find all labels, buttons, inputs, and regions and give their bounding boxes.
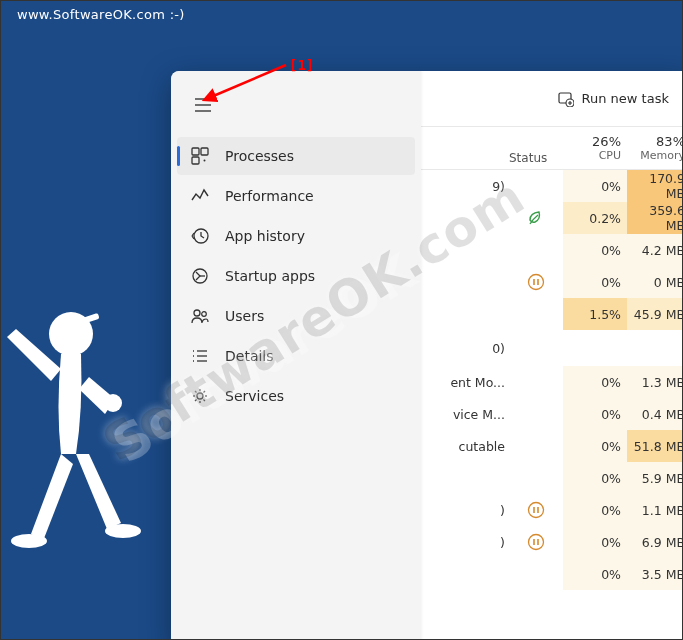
suspended-icon	[527, 501, 545, 519]
svg-point-16	[194, 310, 200, 316]
sidebar-item-app-history[interactable]: App history	[177, 217, 415, 255]
process-cpu: 0%	[563, 494, 627, 526]
col-name[interactable]	[421, 127, 509, 169]
process-row[interactable]: ent Mo...0%1.3 MB	[421, 366, 683, 398]
process-memory: 4.2 MB	[627, 234, 683, 266]
sidebar-item-label: Processes	[225, 148, 294, 164]
history-icon	[191, 227, 209, 245]
col-memory[interactable]: 83% Memory	[627, 127, 683, 169]
process-cpu: 0%	[563, 430, 627, 462]
process-cpu: 0%	[563, 170, 627, 202]
suspended-icon	[527, 533, 545, 551]
sidebar-item-startup-apps[interactable]: Startup apps	[177, 257, 415, 295]
sidebar-item-performance[interactable]: Performance	[177, 177, 415, 215]
process-name: 0)	[421, 341, 509, 356]
run-task-label: Run new task	[582, 91, 669, 106]
svg-point-12	[204, 160, 206, 162]
svg-point-29	[529, 275, 544, 290]
process-memory: 45.9 MB	[627, 298, 683, 330]
run-task-icon	[558, 91, 574, 107]
process-cpu: 0.2%	[563, 202, 627, 234]
process-cpu: 1.5%	[563, 298, 627, 330]
sidebar-item-label: Performance	[225, 188, 314, 204]
process-memory: 0 MB	[627, 266, 683, 298]
toolbar: Run new task	[421, 71, 683, 126]
sidebar-item-users[interactable]: Users	[177, 297, 415, 335]
sidebar-item-label: Details	[225, 348, 274, 364]
process-memory: 5.9 MB	[627, 462, 683, 494]
process-row[interactable]: 0%0 MB	[421, 266, 683, 298]
svg-rect-11	[192, 157, 199, 164]
process-row[interactable]: vice M...0%0.4 MB	[421, 398, 683, 430]
efficiency-icon	[527, 209, 545, 227]
svg-line-5	[211, 65, 286, 97]
svg-point-17	[202, 312, 207, 317]
process-cpu: 0%	[563, 266, 627, 298]
sidebar-item-label: Services	[225, 388, 284, 404]
process-memory: 3.5 MB	[627, 558, 683, 590]
mascot-figure	[1, 279, 176, 579]
process-list: 9)0%170.9 MB0.2%359.6 MB0%4.2 MB0%0 MB1.…	[421, 170, 683, 640]
cpu-label: CPU	[599, 149, 621, 162]
svg-point-4	[105, 524, 141, 538]
process-memory: 1.3 MB	[627, 366, 683, 398]
svg-rect-10	[201, 148, 208, 155]
process-row[interactable]: 1.5%45.9 MB	[421, 298, 683, 330]
sidebar-item-label: Startup apps	[225, 268, 315, 284]
task-manager-window: Processes Performance App history Startu…	[171, 71, 683, 640]
process-row[interactable]: )0%6.9 MB	[421, 526, 683, 558]
annotation-label: [1]	[289, 57, 314, 73]
process-name: ent Mo...	[421, 375, 509, 390]
sidebar-item-services[interactable]: Services	[177, 377, 415, 415]
process-row[interactable]: )0%1.1 MB	[421, 494, 683, 526]
performance-icon	[191, 187, 209, 205]
process-memory: 0.4 MB	[627, 398, 683, 430]
page-url: www.SoftwareOK.com :-)	[17, 7, 185, 22]
column-headers: Status 26% CPU 83% Memory	[421, 126, 683, 170]
sidebar-item-label: Users	[225, 308, 264, 324]
svg-point-35	[529, 535, 544, 550]
processes-icon	[191, 147, 209, 165]
svg-point-2	[104, 394, 122, 412]
process-memory: 6.9 MB	[627, 526, 683, 558]
process-cpu: 0%	[563, 398, 627, 430]
process-memory: 51.8 MB	[627, 430, 683, 462]
svg-rect-9	[192, 148, 199, 155]
process-status	[509, 533, 563, 551]
process-cpu: 0%	[563, 366, 627, 398]
svg-point-24	[197, 393, 203, 399]
sidebar-item-details[interactable]: Details	[177, 337, 415, 375]
services-icon	[191, 387, 209, 405]
process-cpu: 0%	[563, 462, 627, 494]
process-status	[509, 209, 563, 227]
process-name: )	[421, 535, 509, 550]
svg-point-32	[529, 503, 544, 518]
col-status[interactable]: Status	[509, 127, 563, 169]
process-name: cutable	[421, 439, 509, 454]
annotation-arrow	[201, 61, 291, 111]
suspended-icon	[527, 273, 545, 291]
process-row[interactable]: 0.2%359.6 MB	[421, 202, 683, 234]
memory-label: Memory	[640, 149, 683, 162]
process-cpu: 0%	[563, 234, 627, 266]
run-new-task-button[interactable]: Run new task	[550, 85, 677, 113]
svg-point-3	[11, 534, 47, 548]
process-row[interactable]: 0%4.2 MB	[421, 234, 683, 266]
process-name: 9)	[421, 179, 509, 194]
details-icon	[191, 347, 209, 365]
process-memory: 170.9 MB	[627, 170, 683, 202]
cpu-percent: 26%	[592, 134, 621, 149]
process-memory: 359.6 MB	[627, 202, 683, 234]
process-row[interactable]: 0%5.9 MB	[421, 462, 683, 494]
process-row[interactable]: 9)0%170.9 MB	[421, 170, 683, 202]
sidebar-item-label: App history	[225, 228, 305, 244]
users-icon	[191, 307, 209, 325]
process-group-row[interactable]: 0)	[421, 330, 683, 366]
col-cpu[interactable]: 26% CPU	[563, 127, 627, 169]
process-cpu: 0%	[563, 526, 627, 558]
process-row[interactable]: cutable0%51.8 MB	[421, 430, 683, 462]
process-row[interactable]: 0%3.5 MB	[421, 558, 683, 590]
process-memory: 1.1 MB	[627, 494, 683, 526]
sidebar-item-processes[interactable]: Processes	[177, 137, 415, 175]
memory-percent: 83%	[656, 134, 683, 149]
